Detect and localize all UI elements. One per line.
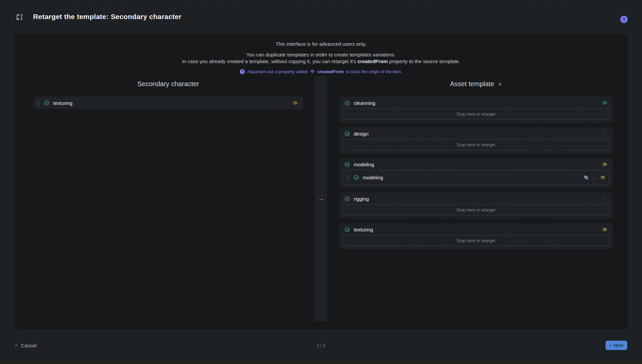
- check-circle-icon: [344, 196, 350, 202]
- check-circle-icon: [344, 227, 350, 232]
- item-label: texturing: [53, 100, 73, 106]
- help-badge-icon: ?: [240, 69, 245, 74]
- target-column: Asset template × cleanning Drop here to …: [339, 76, 613, 254]
- intro-line-3: In case you already created a template, …: [14, 58, 628, 64]
- next-button[interactable]: › Next: [606, 341, 627, 350]
- task-header-row: design: [343, 128, 609, 139]
- drag-handle-icon[interactable]: [346, 175, 350, 180]
- fingerprint-icon: [602, 196, 608, 202]
- intro-line-1: This interface is for advanced users onl…: [14, 41, 628, 47]
- window-bottom-edge: [0, 361, 642, 364]
- fingerprint-icon: [602, 100, 608, 106]
- banner-text-post: to track the origin of the item.: [346, 69, 402, 74]
- fingerprint-icon: [602, 227, 608, 232]
- template-task-group: texturing Drop here to retarget: [339, 223, 613, 249]
- banner-text-pre: Aquarium use a property called: [247, 69, 307, 74]
- info-banner: ? Aquarium use a property called created…: [240, 69, 402, 74]
- arrow-right-icon: →: [592, 175, 597, 180]
- dialog-title: Retarget the template: Secondary charact…: [33, 13, 182, 21]
- created-from-property: createdFrom: [317, 69, 344, 74]
- template-task-group: modeling modeling →: [339, 158, 613, 188]
- fingerprint-icon: [292, 100, 298, 106]
- dropzone-placeholder: Drop here to retarget: [456, 238, 495, 243]
- dropzone-placeholder: Drop here to retarget: [456, 208, 495, 212]
- cancel-button[interactable]: × Cancel: [15, 343, 36, 348]
- fingerprint-icon: [602, 131, 608, 137]
- dropzone[interactable]: modeling →: [343, 170, 609, 185]
- task-header-row: modeling: [343, 159, 609, 170]
- dropzone[interactable]: Drop here to retarget: [343, 204, 609, 215]
- check-circle-icon: [344, 162, 350, 167]
- dropzone[interactable]: Drop here to retarget: [343, 235, 609, 246]
- template-task-group: design Drop here to retarget: [339, 127, 613, 154]
- dropped-item-row[interactable]: modeling →: [346, 172, 606, 183]
- check-circle-icon: [344, 131, 350, 137]
- created-from-keyword: createdFrom: [357, 58, 388, 64]
- question-mark-icon: ?: [623, 17, 625, 22]
- source-item-row[interactable]: texturing: [33, 97, 303, 109]
- task-header-row: cleanning: [343, 98, 609, 109]
- arrow-right-icon: →: [318, 195, 324, 202]
- task-header-row: rigging: [343, 193, 609, 204]
- dialog-footer: × Cancel 1 / 2 › Next: [0, 330, 642, 361]
- intro-line-2: You can duplicate templates in order to …: [14, 52, 628, 57]
- dropzone-placeholder: Drop here to retarget: [456, 143, 495, 147]
- fingerprint-icon: [310, 69, 315, 74]
- check-circle-icon: [44, 100, 49, 106]
- item-label: modeling: [363, 175, 383, 180]
- next-label: Next: [614, 343, 623, 348]
- fingerprint-off-icon: [583, 175, 589, 180]
- dropzone[interactable]: Drop here to retarget: [343, 139, 609, 150]
- task-label: cleanning: [354, 100, 375, 106]
- source-panel-title: Secondary character: [33, 80, 303, 88]
- source-column: Secondary character texturing: [33, 76, 303, 109]
- fingerprint-icon: [602, 162, 608, 167]
- task-label: design: [354, 131, 368, 137]
- fingerprint-icon: [600, 175, 606, 180]
- page-indicator: 1 / 2: [317, 343, 325, 348]
- target-panel-title: Asset template: [450, 80, 494, 88]
- task-label: rigging: [354, 196, 369, 202]
- remove-target-button[interactable]: ×: [498, 80, 502, 87]
- dropzone[interactable]: Drop here to retarget: [343, 109, 609, 120]
- close-icon: ×: [15, 343, 18, 348]
- template-task-group: cleanning Drop here to retarget: [339, 97, 613, 123]
- dropzone-placeholder: Drop here to retarget: [456, 112, 495, 117]
- check-circle-icon: [353, 175, 359, 180]
- transfer-arrow-button[interactable]: →: [315, 76, 327, 321]
- intro-text: This interface is for advanced users onl…: [14, 33, 628, 74]
- drag-handle-icon[interactable]: [37, 101, 40, 106]
- template-task-group: rigging Drop here to retarget: [339, 192, 613, 219]
- task-label: modeling: [354, 162, 374, 167]
- check-circle-icon: [344, 100, 350, 106]
- task-label: texturing: [354, 227, 373, 232]
- task-header-row: texturing: [343, 224, 609, 235]
- retarget-panel: This interface is for advanced users onl…: [14, 33, 628, 330]
- cancel-label: Cancel: [21, 343, 36, 348]
- retarget-mapping: →: [583, 175, 606, 180]
- dialog-titlebar: Retarget the template: Secondary charact…: [0, 0, 642, 33]
- retarget-icon: [15, 12, 24, 21]
- help-button[interactable]: ?: [620, 16, 628, 23]
- chevron-right-icon: ›: [610, 342, 612, 348]
